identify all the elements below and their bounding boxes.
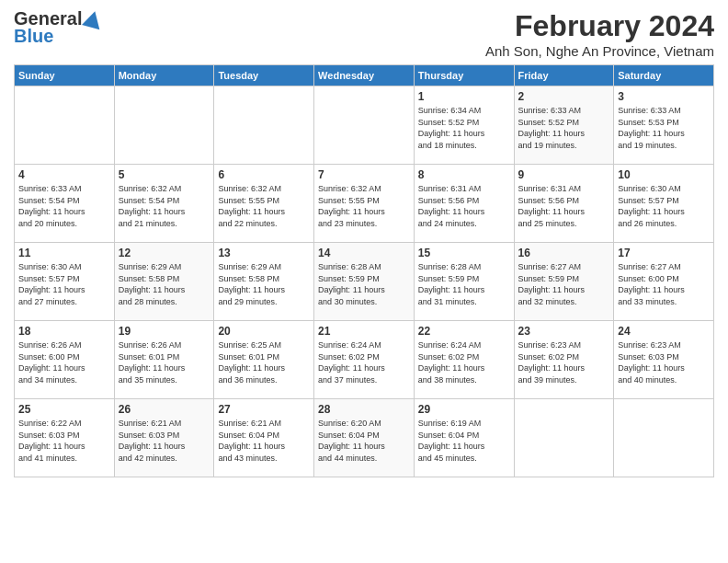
day-number: 26	[119, 403, 210, 416]
cell-info: Sunrise: 6:19 AM Sunset: 6:04 PM Dayligh…	[418, 418, 510, 464]
calendar-week-5: 25Sunrise: 6:22 AM Sunset: 6:03 PM Dayli…	[15, 399, 714, 477]
calendar-cell: 18Sunrise: 6:26 AM Sunset: 6:00 PM Dayli…	[15, 321, 115, 399]
day-number: 1	[418, 90, 510, 103]
cell-info: Sunrise: 6:29 AM Sunset: 5:58 PM Dayligh…	[119, 261, 210, 307]
cell-info: Sunrise: 6:21 AM Sunset: 6:04 PM Dayligh…	[218, 418, 310, 464]
calendar-cell: 12Sunrise: 6:29 AM Sunset: 5:58 PM Dayli…	[114, 243, 214, 321]
day-number: 4	[18, 168, 110, 181]
cell-info: Sunrise: 6:27 AM Sunset: 5:59 PM Dayligh…	[518, 261, 610, 307]
calendar-cell: 25Sunrise: 6:22 AM Sunset: 6:03 PM Dayli…	[15, 399, 115, 477]
calendar-cell: 10Sunrise: 6:30 AM Sunset: 5:57 PM Dayli…	[614, 165, 714, 243]
calendar-week-2: 4Sunrise: 6:33 AM Sunset: 5:54 PM Daylig…	[15, 165, 714, 243]
calendar-header-row: SundayMondayTuesdayWednesdayThursdayFrid…	[15, 65, 714, 86]
cell-info: Sunrise: 6:30 AM Sunset: 5:57 PM Dayligh…	[18, 261, 110, 307]
day-number: 16	[518, 247, 610, 259]
calendar-cell: 22Sunrise: 6:24 AM Sunset: 6:02 PM Dayli…	[414, 321, 514, 399]
cell-info: Sunrise: 6:22 AM Sunset: 6:03 PM Dayligh…	[18, 418, 110, 464]
cell-info: Sunrise: 6:23 AM Sunset: 6:02 PM Dayligh…	[518, 339, 610, 385]
day-number: 11	[18, 247, 110, 259]
calendar-cell: 3Sunrise: 6:33 AM Sunset: 5:53 PM Daylig…	[614, 86, 714, 165]
day-number: 9	[518, 168, 610, 181]
calendar-week-4: 18Sunrise: 6:26 AM Sunset: 6:00 PM Dayli…	[15, 321, 714, 399]
calendar-cell	[514, 399, 614, 477]
day-number: 21	[318, 325, 410, 338]
calendar-cell: 9Sunrise: 6:31 AM Sunset: 5:56 PM Daylig…	[514, 165, 614, 243]
cell-info: Sunrise: 6:33 AM Sunset: 5:54 PM Dayligh…	[18, 183, 110, 229]
calendar-cell	[114, 86, 214, 165]
header-friday: Friday	[514, 65, 614, 86]
day-number: 10	[618, 168, 710, 181]
day-number: 3	[618, 90, 710, 103]
cell-info: Sunrise: 6:25 AM Sunset: 6:01 PM Dayligh…	[218, 339, 310, 385]
cell-info: Sunrise: 6:24 AM Sunset: 6:02 PM Dayligh…	[418, 339, 510, 385]
calendar-cell: 7Sunrise: 6:32 AM Sunset: 5:55 PM Daylig…	[314, 165, 415, 243]
calendar-cell: 26Sunrise: 6:21 AM Sunset: 6:03 PM Dayli…	[114, 399, 214, 477]
day-number: 14	[318, 247, 410, 259]
day-number: 25	[18, 403, 110, 416]
calendar-table: SundayMondayTuesdayWednesdayThursdayFrid…	[14, 64, 714, 477]
calendar-week-1: 1Sunrise: 6:34 AM Sunset: 5:52 PM Daylig…	[15, 86, 714, 165]
cell-info: Sunrise: 6:31 AM Sunset: 5:56 PM Dayligh…	[518, 183, 610, 229]
calendar-cell: 15Sunrise: 6:28 AM Sunset: 5:59 PM Dayli…	[414, 243, 514, 321]
day-number: 7	[318, 168, 410, 181]
day-number: 24	[618, 325, 710, 338]
day-number: 28	[318, 403, 410, 416]
calendar-cell	[214, 86, 314, 165]
cell-info: Sunrise: 6:24 AM Sunset: 6:02 PM Dayligh…	[318, 339, 410, 385]
calendar-cell: 19Sunrise: 6:26 AM Sunset: 6:01 PM Dayli…	[114, 321, 214, 399]
day-number: 29	[418, 403, 510, 416]
day-number: 13	[218, 247, 310, 259]
title-area: February 2024 Anh Son, Nghe An Province,…	[485, 9, 714, 59]
calendar-cell	[15, 86, 115, 165]
header-tuesday: Tuesday	[214, 65, 314, 86]
header-saturday: Saturday	[614, 65, 714, 86]
day-number: 17	[618, 247, 710, 259]
cell-info: Sunrise: 6:33 AM Sunset: 5:52 PM Dayligh…	[518, 105, 610, 151]
calendar-cell: 8Sunrise: 6:31 AM Sunset: 5:56 PM Daylig…	[414, 165, 514, 243]
calendar-cell: 16Sunrise: 6:27 AM Sunset: 5:59 PM Dayli…	[514, 243, 614, 321]
calendar-cell: 24Sunrise: 6:23 AM Sunset: 6:03 PM Dayli…	[614, 321, 714, 399]
day-number: 8	[418, 168, 510, 181]
month-title: February 2024	[485, 9, 714, 43]
calendar-cell: 11Sunrise: 6:30 AM Sunset: 5:57 PM Dayli…	[15, 243, 115, 321]
cell-info: Sunrise: 6:28 AM Sunset: 5:59 PM Dayligh…	[318, 261, 410, 307]
cell-info: Sunrise: 6:20 AM Sunset: 6:04 PM Dayligh…	[318, 418, 410, 464]
cell-info: Sunrise: 6:26 AM Sunset: 6:00 PM Dayligh…	[18, 339, 110, 385]
cell-info: Sunrise: 6:31 AM Sunset: 5:56 PM Dayligh…	[418, 183, 510, 229]
calendar-cell: 1Sunrise: 6:34 AM Sunset: 5:52 PM Daylig…	[414, 86, 514, 165]
calendar-cell: 17Sunrise: 6:27 AM Sunset: 6:00 PM Dayli…	[614, 243, 714, 321]
logo: General Blue	[14, 9, 102, 47]
calendar-cell: 14Sunrise: 6:28 AM Sunset: 5:59 PM Dayli…	[314, 243, 415, 321]
header-monday: Monday	[114, 65, 214, 86]
calendar-cell	[614, 399, 714, 477]
calendar-cell: 29Sunrise: 6:19 AM Sunset: 6:04 PM Dayli…	[414, 399, 514, 477]
day-number: 27	[218, 403, 310, 416]
day-number: 15	[418, 247, 510, 259]
cell-info: Sunrise: 6:32 AM Sunset: 5:55 PM Dayligh…	[318, 183, 410, 229]
calendar-cell: 13Sunrise: 6:29 AM Sunset: 5:58 PM Dayli…	[214, 243, 314, 321]
logo-blue: Blue	[14, 26, 53, 47]
day-number: 6	[218, 168, 310, 181]
location-title: Anh Son, Nghe An Province, Vietnam	[485, 43, 714, 59]
logo-triangle-icon	[82, 9, 104, 30]
cell-info: Sunrise: 6:29 AM Sunset: 5:58 PM Dayligh…	[218, 261, 310, 307]
header-thursday: Thursday	[414, 65, 514, 86]
calendar-cell: 2Sunrise: 6:33 AM Sunset: 5:52 PM Daylig…	[514, 86, 614, 165]
cell-info: Sunrise: 6:32 AM Sunset: 5:55 PM Dayligh…	[218, 183, 310, 229]
day-number: 22	[418, 325, 510, 338]
calendar-cell: 28Sunrise: 6:20 AM Sunset: 6:04 PM Dayli…	[314, 399, 415, 477]
cell-info: Sunrise: 6:28 AM Sunset: 5:59 PM Dayligh…	[418, 261, 510, 307]
header-wednesday: Wednesday	[314, 65, 415, 86]
day-number: 12	[119, 247, 210, 259]
calendar-cell: 20Sunrise: 6:25 AM Sunset: 6:01 PM Dayli…	[214, 321, 314, 399]
cell-info: Sunrise: 6:23 AM Sunset: 6:03 PM Dayligh…	[618, 339, 710, 385]
logo-general: General	[14, 9, 82, 28]
cell-info: Sunrise: 6:33 AM Sunset: 5:53 PM Dayligh…	[618, 105, 710, 151]
page-header: General Blue February 2024 Anh Son, Nghe…	[14, 9, 714, 59]
cell-info: Sunrise: 6:27 AM Sunset: 6:00 PM Dayligh…	[618, 261, 710, 307]
day-number: 19	[119, 325, 210, 338]
cell-info: Sunrise: 6:34 AM Sunset: 5:52 PM Dayligh…	[418, 105, 510, 151]
cell-info: Sunrise: 6:21 AM Sunset: 6:03 PM Dayligh…	[119, 418, 210, 464]
cell-info: Sunrise: 6:26 AM Sunset: 6:01 PM Dayligh…	[119, 339, 210, 385]
day-number: 18	[18, 325, 110, 338]
